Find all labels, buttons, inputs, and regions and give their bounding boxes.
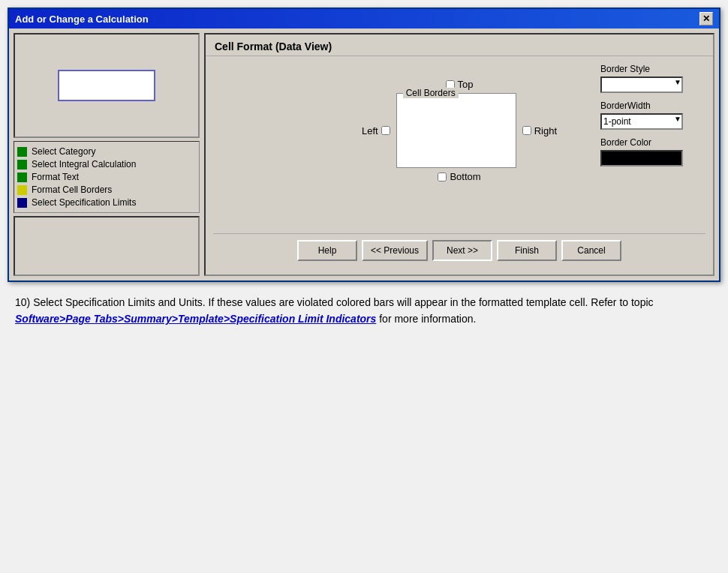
border-style-label: Border Style (600, 64, 705, 74)
right-checkbox[interactable] (522, 126, 531, 135)
dialog-body: Select Category Select Integral Calculat… (9, 28, 719, 280)
previous-button[interactable]: << Previous (362, 240, 428, 261)
svg-rect-0 (17, 147, 27, 157)
below-text: 10) Select Specification Limits and Unit… (8, 294, 720, 328)
svg-rect-2 (17, 172, 27, 182)
right-panel: Cell Format (Data View) Border Style sol… (204, 33, 714, 276)
svg-rect-4 (17, 198, 27, 208)
left-checkbox[interactable] (381, 126, 390, 135)
spec-limit-link[interactable]: Software>Page Tabs>Summary>Template>Spec… (15, 313, 376, 325)
borders-area: Top Left Cell Borders Right (213, 79, 705, 182)
svg-rect-1 (17, 160, 27, 170)
step-label-3: Format Text (32, 172, 79, 182)
step-label-2: Select Integral Calculation (32, 159, 136, 170)
panel-title: Cell Format (Data View) (206, 34, 713, 56)
cancel-button[interactable]: Cancel (561, 240, 621, 261)
cell-borders-box: Cell Borders (396, 93, 516, 168)
step-dot-2 (17, 160, 27, 170)
step-item-3: Format Text (17, 172, 196, 182)
help-button[interactable]: Help (297, 240, 357, 261)
step-item-4: Format Cell Borders (17, 184, 196, 195)
step-item-1: Select Category (17, 146, 196, 157)
after-link-text: for more information. (376, 313, 476, 325)
description-box (14, 216, 200, 276)
step-label-5: Select Specification Limits (32, 197, 136, 208)
step-label-1: Select Category (32, 146, 95, 157)
bottom-label: Bottom (450, 171, 480, 182)
top-label: Top (458, 79, 474, 90)
left-label: Left (362, 125, 378, 136)
dialog-title: Add or Change a Calculation (15, 14, 149, 25)
step-dot-5 (17, 198, 27, 208)
step-number: 10) (15, 296, 30, 308)
left-checkbox-row: Left (362, 125, 390, 136)
step-item-2: Select Integral Calculation (17, 159, 196, 170)
bottom-checkbox-row: Bottom (438, 171, 480, 182)
right-label: Right (534, 125, 557, 136)
step-label-4: Format Cell Borders (32, 184, 112, 195)
close-button[interactable]: ✕ (699, 12, 713, 26)
next-button[interactable]: Next >> (432, 240, 492, 261)
finish-button[interactable]: Finish (497, 240, 557, 261)
preview-box (14, 33, 200, 138)
step-dot-4 (17, 185, 27, 195)
svg-rect-3 (17, 185, 27, 195)
preview-cell (58, 70, 155, 101)
right-checkbox-row: Right (522, 125, 557, 136)
left-panel: Select Category Select Integral Calculat… (14, 33, 200, 276)
cell-borders-label: Cell Borders (403, 88, 459, 98)
step-item-5: Select Specification Limits (17, 197, 196, 208)
step-dot-1 (17, 147, 27, 157)
bottom-checkbox[interactable] (438, 172, 447, 182)
panel-content: Border Style solid dashed dotted BorderW… (206, 56, 713, 274)
middle-row: Left Cell Borders Right (362, 93, 557, 168)
title-bar: Add or Change a Calculation ✕ (9, 9, 719, 28)
steps-list: Select Category Select Integral Calculat… (14, 141, 200, 213)
step-dot-3 (17, 172, 27, 182)
main-text: Select Specification Limits and Units. I… (33, 296, 653, 308)
dialog-window: Add or Change a Calculation ✕ Select Cat… (8, 8, 720, 282)
dialog-footer: Help << Previous Next >> Finish Cancel (213, 233, 705, 267)
